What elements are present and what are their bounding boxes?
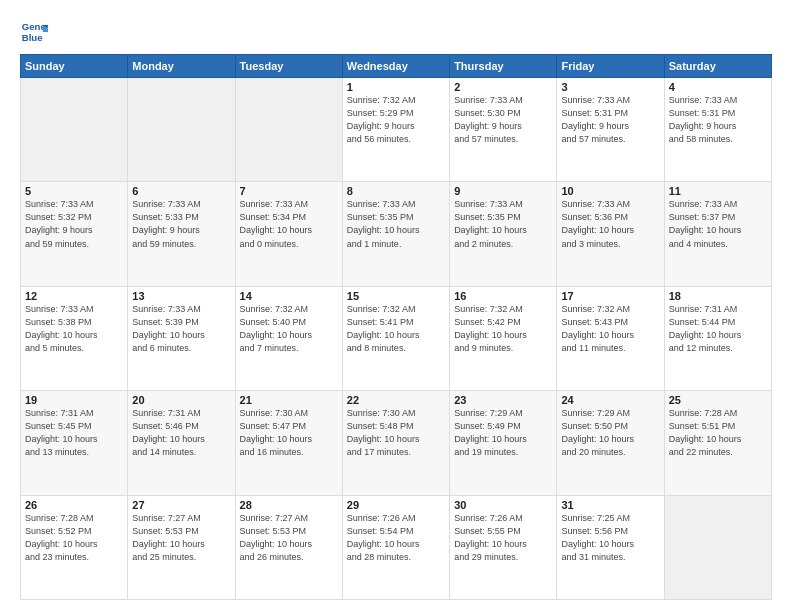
cell-info: Sunrise: 7:33 AM Sunset: 5:35 PM Dayligh…	[347, 198, 445, 250]
cell-day-number: 18	[669, 290, 767, 302]
calendar-week-2: 5Sunrise: 7:33 AM Sunset: 5:32 PM Daylig…	[21, 182, 772, 286]
cell-day-number: 19	[25, 394, 123, 406]
calendar-cell: 2Sunrise: 7:33 AM Sunset: 5:30 PM Daylig…	[450, 78, 557, 182]
cell-info: Sunrise: 7:33 AM Sunset: 5:37 PM Dayligh…	[669, 198, 767, 250]
cell-info: Sunrise: 7:28 AM Sunset: 5:52 PM Dayligh…	[25, 512, 123, 564]
calendar-cell: 27Sunrise: 7:27 AM Sunset: 5:53 PM Dayli…	[128, 495, 235, 599]
svg-text:Blue: Blue	[22, 32, 43, 43]
calendar-week-3: 12Sunrise: 7:33 AM Sunset: 5:38 PM Dayli…	[21, 286, 772, 390]
logo-icon: General Blue	[20, 18, 48, 46]
cell-info: Sunrise: 7:26 AM Sunset: 5:54 PM Dayligh…	[347, 512, 445, 564]
cell-day-number: 29	[347, 499, 445, 511]
calendar-cell	[664, 495, 771, 599]
calendar-cell: 28Sunrise: 7:27 AM Sunset: 5:53 PM Dayli…	[235, 495, 342, 599]
cell-day-number: 1	[347, 81, 445, 93]
calendar-cell: 5Sunrise: 7:33 AM Sunset: 5:32 PM Daylig…	[21, 182, 128, 286]
calendar-cell: 1Sunrise: 7:32 AM Sunset: 5:29 PM Daylig…	[342, 78, 449, 182]
svg-marker-3	[43, 27, 48, 32]
calendar-cell: 8Sunrise: 7:33 AM Sunset: 5:35 PM Daylig…	[342, 182, 449, 286]
cell-day-number: 16	[454, 290, 552, 302]
cell-info: Sunrise: 7:33 AM Sunset: 5:35 PM Dayligh…	[454, 198, 552, 250]
cell-info: Sunrise: 7:33 AM Sunset: 5:38 PM Dayligh…	[25, 303, 123, 355]
header-row: Sunday Monday Tuesday Wednesday Thursday…	[21, 55, 772, 78]
cell-day-number: 21	[240, 394, 338, 406]
col-wednesday: Wednesday	[342, 55, 449, 78]
cell-day-number: 25	[669, 394, 767, 406]
cell-day-number: 23	[454, 394, 552, 406]
calendar-cell: 11Sunrise: 7:33 AM Sunset: 5:37 PM Dayli…	[664, 182, 771, 286]
calendar-cell: 12Sunrise: 7:33 AM Sunset: 5:38 PM Dayli…	[21, 286, 128, 390]
cell-day-number: 6	[132, 185, 230, 197]
calendar-cell: 31Sunrise: 7:25 AM Sunset: 5:56 PM Dayli…	[557, 495, 664, 599]
cell-day-number: 13	[132, 290, 230, 302]
cell-info: Sunrise: 7:26 AM Sunset: 5:55 PM Dayligh…	[454, 512, 552, 564]
cell-day-number: 28	[240, 499, 338, 511]
calendar-cell: 30Sunrise: 7:26 AM Sunset: 5:55 PM Dayli…	[450, 495, 557, 599]
cell-info: Sunrise: 7:33 AM Sunset: 5:36 PM Dayligh…	[561, 198, 659, 250]
cell-info: Sunrise: 7:27 AM Sunset: 5:53 PM Dayligh…	[240, 512, 338, 564]
cell-info: Sunrise: 7:25 AM Sunset: 5:56 PM Dayligh…	[561, 512, 659, 564]
cell-info: Sunrise: 7:33 AM Sunset: 5:32 PM Dayligh…	[25, 198, 123, 250]
calendar-week-5: 26Sunrise: 7:28 AM Sunset: 5:52 PM Dayli…	[21, 495, 772, 599]
cell-info: Sunrise: 7:33 AM Sunset: 5:39 PM Dayligh…	[132, 303, 230, 355]
calendar-week-4: 19Sunrise: 7:31 AM Sunset: 5:45 PM Dayli…	[21, 391, 772, 495]
calendar-cell: 6Sunrise: 7:33 AM Sunset: 5:33 PM Daylig…	[128, 182, 235, 286]
cell-day-number: 12	[25, 290, 123, 302]
cell-info: Sunrise: 7:31 AM Sunset: 5:44 PM Dayligh…	[669, 303, 767, 355]
cell-info: Sunrise: 7:28 AM Sunset: 5:51 PM Dayligh…	[669, 407, 767, 459]
calendar-cell: 29Sunrise: 7:26 AM Sunset: 5:54 PM Dayli…	[342, 495, 449, 599]
col-thursday: Thursday	[450, 55, 557, 78]
calendar-cell: 3Sunrise: 7:33 AM Sunset: 5:31 PM Daylig…	[557, 78, 664, 182]
calendar-cell: 20Sunrise: 7:31 AM Sunset: 5:46 PM Dayli…	[128, 391, 235, 495]
cell-day-number: 17	[561, 290, 659, 302]
col-friday: Friday	[557, 55, 664, 78]
cell-info: Sunrise: 7:29 AM Sunset: 5:49 PM Dayligh…	[454, 407, 552, 459]
cell-info: Sunrise: 7:31 AM Sunset: 5:45 PM Dayligh…	[25, 407, 123, 459]
cell-info: Sunrise: 7:32 AM Sunset: 5:43 PM Dayligh…	[561, 303, 659, 355]
cell-day-number: 27	[132, 499, 230, 511]
cell-day-number: 4	[669, 81, 767, 93]
cell-info: Sunrise: 7:33 AM Sunset: 5:34 PM Dayligh…	[240, 198, 338, 250]
calendar-cell: 16Sunrise: 7:32 AM Sunset: 5:42 PM Dayli…	[450, 286, 557, 390]
cell-info: Sunrise: 7:32 AM Sunset: 5:40 PM Dayligh…	[240, 303, 338, 355]
calendar-cell: 4Sunrise: 7:33 AM Sunset: 5:31 PM Daylig…	[664, 78, 771, 182]
cell-day-number: 30	[454, 499, 552, 511]
col-tuesday: Tuesday	[235, 55, 342, 78]
calendar-cell: 21Sunrise: 7:30 AM Sunset: 5:47 PM Dayli…	[235, 391, 342, 495]
cell-day-number: 5	[25, 185, 123, 197]
calendar-cell	[235, 78, 342, 182]
cell-info: Sunrise: 7:30 AM Sunset: 5:48 PM Dayligh…	[347, 407, 445, 459]
cell-day-number: 9	[454, 185, 552, 197]
calendar-cell: 23Sunrise: 7:29 AM Sunset: 5:49 PM Dayli…	[450, 391, 557, 495]
cell-info: Sunrise: 7:27 AM Sunset: 5:53 PM Dayligh…	[132, 512, 230, 564]
logo: General Blue	[20, 18, 48, 46]
calendar-cell: 24Sunrise: 7:29 AM Sunset: 5:50 PM Dayli…	[557, 391, 664, 495]
cell-day-number: 3	[561, 81, 659, 93]
cell-day-number: 24	[561, 394, 659, 406]
calendar-cell: 9Sunrise: 7:33 AM Sunset: 5:35 PM Daylig…	[450, 182, 557, 286]
calendar-cell: 25Sunrise: 7:28 AM Sunset: 5:51 PM Dayli…	[664, 391, 771, 495]
cell-info: Sunrise: 7:29 AM Sunset: 5:50 PM Dayligh…	[561, 407, 659, 459]
calendar-cell: 17Sunrise: 7:32 AM Sunset: 5:43 PM Dayli…	[557, 286, 664, 390]
cell-info: Sunrise: 7:32 AM Sunset: 5:29 PM Dayligh…	[347, 94, 445, 146]
calendar-cell: 10Sunrise: 7:33 AM Sunset: 5:36 PM Dayli…	[557, 182, 664, 286]
calendar-cell: 26Sunrise: 7:28 AM Sunset: 5:52 PM Dayli…	[21, 495, 128, 599]
col-saturday: Saturday	[664, 55, 771, 78]
calendar-cell: 22Sunrise: 7:30 AM Sunset: 5:48 PM Dayli…	[342, 391, 449, 495]
cell-info: Sunrise: 7:32 AM Sunset: 5:41 PM Dayligh…	[347, 303, 445, 355]
cell-day-number: 14	[240, 290, 338, 302]
calendar-week-1: 1Sunrise: 7:32 AM Sunset: 5:29 PM Daylig…	[21, 78, 772, 182]
cell-day-number: 11	[669, 185, 767, 197]
calendar-cell: 14Sunrise: 7:32 AM Sunset: 5:40 PM Dayli…	[235, 286, 342, 390]
col-monday: Monday	[128, 55, 235, 78]
cell-info: Sunrise: 7:31 AM Sunset: 5:46 PM Dayligh…	[132, 407, 230, 459]
cell-info: Sunrise: 7:33 AM Sunset: 5:33 PM Dayligh…	[132, 198, 230, 250]
calendar-cell: 7Sunrise: 7:33 AM Sunset: 5:34 PM Daylig…	[235, 182, 342, 286]
calendar-cell	[21, 78, 128, 182]
cell-day-number: 2	[454, 81, 552, 93]
cell-day-number: 10	[561, 185, 659, 197]
header: General Blue	[20, 18, 772, 46]
cell-info: Sunrise: 7:30 AM Sunset: 5:47 PM Dayligh…	[240, 407, 338, 459]
cell-day-number: 15	[347, 290, 445, 302]
cell-day-number: 20	[132, 394, 230, 406]
